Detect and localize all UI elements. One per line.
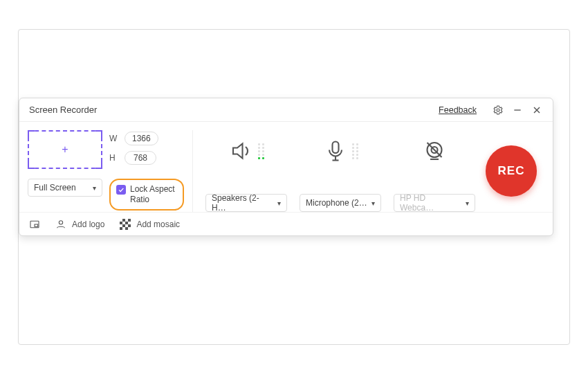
add-mosaic-button[interactable]: Add mosaic [120, 219, 180, 230]
chevron-down-icon: ▾ [93, 184, 96, 192]
webcam-select-value: HP HD Webca… [400, 193, 461, 213]
plus-icon: + [62, 144, 68, 155]
svg-point-12 [59, 220, 62, 224]
mic-level [352, 143, 358, 159]
speaker-device: Speakers (2- H… ▾ [203, 130, 290, 212]
webcam-disabled-icon[interactable] [422, 138, 447, 163]
microphone-device: Microphone (2… ▾ [297, 130, 384, 212]
mosaic-icon [120, 219, 131, 230]
app-title: Screen Recorder [29, 105, 97, 115]
record-button[interactable]: REC [486, 145, 537, 197]
lock-aspect-label: Lock Aspect Ratio [130, 184, 176, 205]
lock-aspect-checkbox[interactable] [116, 185, 126, 195]
add-mosaic-label: Add mosaic [136, 220, 180, 229]
add-logo-button[interactable]: Add logo [55, 219, 104, 230]
screen-recorder-window: Screen Recorder Feedback + [19, 98, 553, 236]
height-label: H [109, 153, 119, 163]
speaker-select[interactable]: Speakers (2- H… ▾ [205, 194, 287, 212]
webcam-device: HP HD Webca… ▾ [391, 130, 478, 212]
webcam-select[interactable]: HP HD Webca… ▾ [394, 194, 475, 212]
svg-point-0 [497, 109, 499, 111]
microphone-select-value: Microphone (2… [306, 198, 367, 208]
microphone-icon[interactable] [323, 138, 348, 163]
record-button-label: REC [498, 164, 525, 178]
height-value[interactable]: 768 [125, 151, 156, 165]
devices-column: Speakers (2- H… ▾ [192, 130, 478, 212]
svg-rect-11 [35, 224, 38, 226]
microphone-select[interactable]: Microphone (2… ▾ [300, 194, 381, 212]
region-mode-select[interactable]: Full Screen ▾ [28, 179, 102, 197]
region-column: + W 1366 H 768 Full Screen ▾ [28, 130, 192, 212]
region-mode-value: Full Screen [34, 183, 76, 193]
speaker-select-value: Speakers (2- H… [212, 193, 273, 213]
feedback-link[interactable]: Feedback [439, 105, 477, 115]
width-value[interactable]: 1366 [125, 132, 158, 145]
chevron-down-icon: ▾ [466, 199, 469, 207]
add-logo-label: Add logo [72, 220, 104, 229]
svg-rect-4 [332, 142, 338, 154]
minimize-icon[interactable] [511, 104, 524, 116]
titlebar: Screen Recorder Feedback [19, 98, 553, 122]
settings-icon[interactable] [492, 104, 504, 116]
region-selector[interactable]: + [28, 130, 102, 169]
speaker-icon[interactable] [229, 138, 254, 163]
speaker-level [258, 143, 264, 159]
chevron-down-icon: ▾ [371, 199, 375, 207]
lock-aspect-highlight: Lock Aspect Ratio [109, 179, 184, 211]
record-column: REC [478, 130, 544, 212]
width-label: W [109, 134, 119, 143]
dimensions: W 1366 H 768 [109, 132, 158, 165]
chevron-down-icon: ▾ [277, 199, 281, 207]
pip-button[interactable] [29, 219, 40, 230]
close-icon[interactable] [531, 104, 543, 116]
footer-toolbar: Add logo Add mosaic [19, 212, 553, 235]
content-area: + W 1366 H 768 Full Screen ▾ [19, 122, 553, 212]
